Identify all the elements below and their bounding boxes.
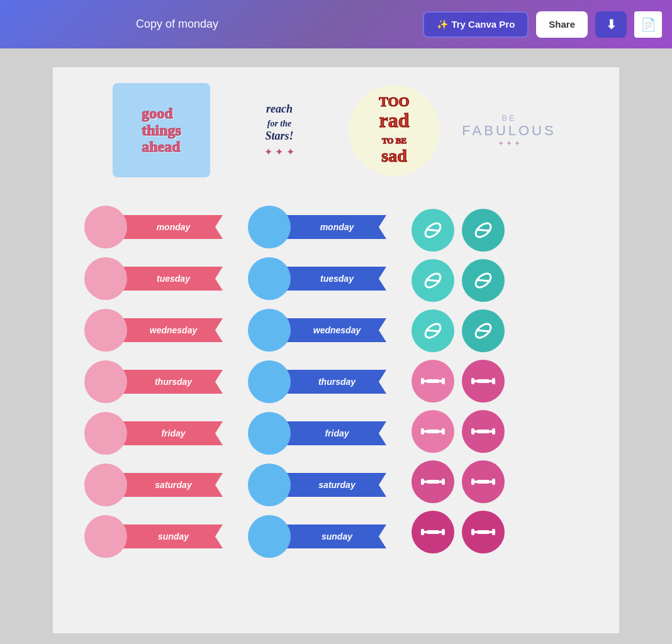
svg-rect-49 [477,530,490,534]
pill-icon-3b [472,319,495,342]
download-button[interactable]: ⬇ [595,11,627,38]
dumbbell-2a[interactable] [412,410,454,453]
dumbbell-3b[interactable] [462,460,505,503]
svg-rect-31 [492,428,495,435]
day-banner-blue-friday[interactable]: friday [248,412,386,455]
svg-rect-21 [492,378,495,384]
svg-rect-23 [424,430,427,433]
svg-rect-16 [442,378,445,384]
pill-icon-1a [422,219,444,242]
pill-icon-3a [422,319,444,342]
dumbbell-icon-2a [421,425,445,438]
blue-ribbon-thursday: thursday [278,370,386,394]
svg-rect-45 [439,531,442,533]
icons-column [412,206,550,567]
too-rad-text: TOOradTO BEsad [379,94,410,166]
blue-circle-monday [248,206,291,248]
pink-circle-sunday [84,515,127,558]
svg-rect-41 [492,479,495,485]
header: Copy of monday ✨ Try Canva Pro Share ⬇ 📄 [0,0,672,48]
dumbbell-3a[interactable] [412,460,454,503]
dumbbell-1b[interactable] [462,360,505,402]
day-banner-blue-saturday[interactable]: saturday [248,464,386,506]
too-rad-sticker[interactable]: TOOradTO BEsad [349,85,440,176]
svg-rect-44 [427,530,439,534]
day-banner-blue-monday[interactable]: monday [248,206,386,248]
svg-rect-42 [421,529,424,535]
day-banner-blue-tuesday[interactable]: tuesday [248,257,386,300]
svg-rect-20 [490,380,492,382]
pill-2b[interactable] [462,259,505,302]
svg-rect-24 [427,430,439,433]
svg-rect-46 [442,529,445,535]
try-pro-button[interactable]: ✨ Try Canva Pro [423,11,529,38]
be-fabulous-sticker[interactable]: Be FABULOUS ✦ ✦ ✦ [459,80,559,180]
fabulous-decoration: ✦ ✦ ✦ [498,139,521,148]
day-banner-pink-wednesday[interactable]: wednesday [84,309,223,352]
pill-icon-1b [472,219,495,242]
svg-rect-12 [421,378,424,384]
pill-1a[interactable] [412,209,454,252]
blue-circle-saturday [248,464,291,506]
day-banner-blue-wednesday[interactable]: wednesday [248,309,386,352]
pink-ribbon-monday: monday [115,215,223,239]
svg-rect-40 [490,480,492,483]
dumbbell-icon-3a [421,475,445,489]
blue-ribbon-tuesday: tuesday [278,267,386,291]
dumbbell-2b[interactable] [462,410,505,453]
svg-rect-39 [477,480,490,484]
sticker-row-top: goodthingsahead reachfor theStars! ✦ ✦ ✦… [84,80,588,180]
stars-decoration: ✦ ✦ ✦ [264,146,294,158]
pill-3a[interactable] [412,309,454,352]
svg-rect-27 [471,428,474,435]
day-banner-blue-thursday[interactable]: thursday [248,360,386,403]
dumbbell-1a[interactable] [412,360,454,402]
day-banner-pink-monday[interactable]: monday [84,206,223,248]
pink-circle-friday [84,412,127,455]
pink-circle-monday [84,206,127,248]
blue-circle-tuesday [248,257,291,300]
day-banner-blue-sunday[interactable]: sunday [248,515,386,558]
download-icon: ⬇ [606,17,617,32]
svg-rect-13 [424,380,427,382]
dumbbell-4b[interactable] [462,511,505,553]
svg-rect-14 [427,379,439,383]
pill-3b[interactable] [462,309,505,352]
blue-circle-sunday [248,515,291,558]
dumbbell-row-2 [412,410,550,453]
pill-1b[interactable] [462,209,505,252]
svg-rect-26 [442,428,445,435]
share-button[interactable]: Share [536,11,588,38]
svg-rect-51 [492,529,495,535]
svg-rect-36 [442,479,445,485]
blue-ribbon-monday: monday [278,215,386,239]
dumbbell-icon-4a [421,525,445,539]
svg-rect-28 [474,430,477,433]
blue-circle-wednesday [248,309,291,352]
blue-circle-thursday [248,360,291,403]
svg-rect-18 [474,380,477,382]
day-banner-pink-tuesday[interactable]: tuesday [84,257,223,300]
day-banner-pink-saturday[interactable]: saturday [84,464,223,506]
main-area: goodthingsahead reachfor theStars! ✦ ✦ ✦… [0,48,672,644]
good-things-sticker[interactable]: goodthingsahead [113,83,210,177]
svg-rect-37 [471,479,474,485]
reach-stars-sticker[interactable]: reachfor theStars! ✦ ✦ ✦ [229,80,330,180]
svg-rect-19 [477,379,490,383]
day-banner-pink-thursday[interactable]: thursday [84,360,223,403]
dumbbell-4a[interactable] [412,511,454,553]
days-grid: monday tuesday wednesday thursday friday [84,206,588,567]
svg-rect-32 [421,479,424,485]
day-banner-pink-sunday[interactable]: sunday [84,515,223,558]
pill-icon-2b [472,269,495,292]
svg-rect-34 [427,480,439,484]
dumbbell-row-4 [412,511,550,553]
pink-ribbon-friday: friday [115,421,223,445]
pill-2a[interactable] [412,259,454,302]
doc-icon: 📄 [641,17,656,32]
pills-row-3 [412,309,550,352]
svg-rect-22 [421,428,424,435]
doc-button[interactable]: 📄 [634,11,662,38]
day-banner-pink-friday[interactable]: friday [84,412,223,455]
dumbbell-icon-2b [471,425,495,438]
